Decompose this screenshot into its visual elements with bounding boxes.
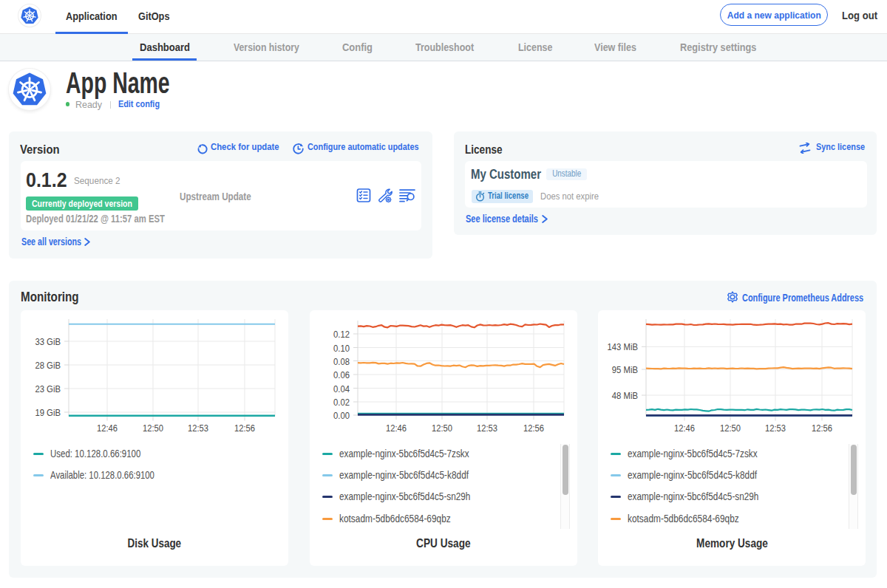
svg-text:12:46: 12:46 [386,423,407,434]
svg-text:12:50: 12:50 [720,423,741,434]
svg-text:0.10: 0.10 [333,343,350,354]
svg-text:12:56: 12:56 [523,423,544,434]
svg-text:28 GiB: 28 GiB [35,360,61,371]
svg-text:12:46: 12:46 [674,423,695,434]
svg-text:12:56: 12:56 [812,423,832,434]
svg-text:12:56: 12:56 [234,423,255,434]
svg-text:95 MiB: 95 MiB [612,364,638,375]
svg-text:0.06: 0.06 [333,369,350,380]
svg-text:0.04: 0.04 [333,383,350,394]
svg-text:12:53: 12:53 [477,423,497,434]
svg-text:33 GiB: 33 GiB [35,336,61,347]
svg-text:12:53: 12:53 [188,423,208,434]
svg-text:0.00: 0.00 [333,410,350,421]
svg-text:12:50: 12:50 [143,423,163,434]
svg-text:143 MiB: 143 MiB [608,341,639,352]
svg-text:19 GiB: 19 GiB [35,407,61,418]
svg-text:0.12: 0.12 [333,329,350,340]
svg-text:0.02: 0.02 [333,397,350,408]
svg-text:23 GiB: 23 GiB [35,383,61,394]
svg-text:12:50: 12:50 [432,423,452,434]
svg-text:12:46: 12:46 [97,423,118,434]
svg-text:12:53: 12:53 [765,423,786,434]
svg-text:48 MiB: 48 MiB [612,390,638,401]
svg-text:0.08: 0.08 [333,356,350,367]
